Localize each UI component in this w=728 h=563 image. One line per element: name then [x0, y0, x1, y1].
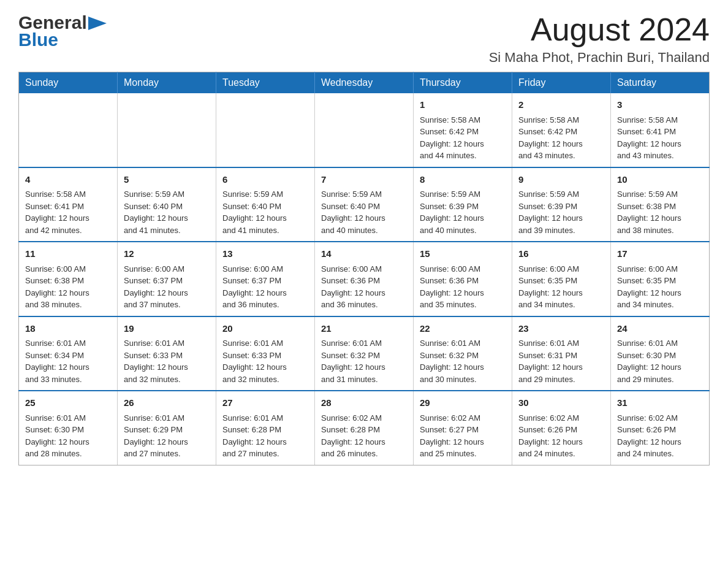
day-info: Sunrise: 6:01 AMSunset: 6:31 PMDaylight:… [518, 337, 604, 385]
calendar-cell: 22Sunrise: 6:01 AMSunset: 6:32 PMDayligh… [414, 316, 512, 391]
svg-marker-0 [88, 17, 107, 30]
day-number: 11 [25, 247, 111, 261]
calendar-cell [19, 93, 118, 167]
calendar-cell: 9Sunrise: 5:59 AMSunset: 6:39 PMDaylight… [512, 167, 611, 242]
day-info: Sunrise: 6:00 AMSunset: 6:37 PMDaylight:… [222, 263, 308, 311]
day-info: Sunrise: 5:59 AMSunset: 6:39 PMDaylight:… [518, 188, 604, 236]
month-title: August 2024 [489, 12, 710, 47]
day-number: 26 [124, 396, 210, 410]
weekday-header-thursday: Thursday [414, 72, 512, 94]
day-info: Sunrise: 6:01 AMSunset: 6:29 PMDaylight:… [124, 412, 210, 460]
day-number: 29 [420, 396, 506, 410]
day-info: Sunrise: 6:01 AMSunset: 6:33 PMDaylight:… [222, 337, 308, 385]
calendar-week-row-2: 4Sunrise: 5:58 AMSunset: 6:41 PMDaylight… [19, 167, 710, 242]
day-info: Sunrise: 5:59 AMSunset: 6:38 PMDaylight:… [617, 188, 703, 236]
calendar-cell: 14Sunrise: 6:00 AMSunset: 6:36 PMDayligh… [315, 242, 414, 316]
calendar-cell: 10Sunrise: 5:59 AMSunset: 6:38 PMDayligh… [611, 167, 710, 242]
day-info: Sunrise: 5:59 AMSunset: 6:40 PMDaylight:… [321, 188, 407, 236]
calendar-cell: 13Sunrise: 6:00 AMSunset: 6:37 PMDayligh… [216, 242, 315, 316]
day-number: 21 [321, 322, 407, 336]
calendar-cell: 20Sunrise: 6:01 AMSunset: 6:33 PMDayligh… [216, 316, 315, 391]
weekday-header-row: SundayMondayTuesdayWednesdayThursdayFrid… [19, 72, 710, 94]
day-number: 31 [617, 396, 703, 410]
day-info: Sunrise: 6:01 AMSunset: 6:32 PMDaylight:… [321, 337, 407, 385]
day-info: Sunrise: 6:00 AMSunset: 6:36 PMDaylight:… [321, 263, 407, 311]
title-area: August 2024 Si Maha Phot, Prachin Buri, … [489, 12, 710, 66]
day-number: 2 [518, 98, 604, 112]
day-number: 16 [518, 247, 604, 261]
location-title: Si Maha Phot, Prachin Buri, Thailand [489, 50, 710, 66]
calendar-cell: 5Sunrise: 5:59 AMSunset: 6:40 PMDaylight… [118, 167, 216, 242]
day-info: Sunrise: 6:01 AMSunset: 6:30 PMDaylight:… [25, 412, 111, 460]
day-info: Sunrise: 5:58 AMSunset: 6:41 PMDaylight:… [617, 114, 703, 162]
calendar-cell: 6Sunrise: 5:59 AMSunset: 6:40 PMDaylight… [216, 167, 315, 242]
day-number: 4 [25, 173, 111, 187]
day-info: Sunrise: 6:01 AMSunset: 6:30 PMDaylight:… [617, 337, 703, 385]
calendar-cell: 17Sunrise: 6:00 AMSunset: 6:35 PMDayligh… [611, 242, 710, 316]
weekday-header-saturday: Saturday [611, 72, 710, 94]
day-info: Sunrise: 5:59 AMSunset: 6:39 PMDaylight:… [420, 188, 506, 236]
page-header: General Blue August 2024 Si Maha Phot, P… [18, 12, 710, 66]
calendar-cell: 25Sunrise: 6:01 AMSunset: 6:30 PMDayligh… [19, 391, 118, 465]
calendar-cell: 11Sunrise: 6:00 AMSunset: 6:38 PMDayligh… [19, 242, 118, 316]
day-info: Sunrise: 6:01 AMSunset: 6:33 PMDaylight:… [124, 337, 210, 385]
calendar-cell [216, 93, 315, 167]
day-number: 23 [518, 322, 604, 336]
day-number: 15 [420, 247, 506, 261]
day-number: 30 [518, 396, 604, 410]
calendar-cell: 4Sunrise: 5:58 AMSunset: 6:41 PMDaylight… [19, 167, 118, 242]
day-info: Sunrise: 6:00 AMSunset: 6:38 PMDaylight:… [25, 263, 111, 311]
day-number: 12 [124, 247, 210, 261]
day-number: 1 [420, 98, 506, 112]
calendar-cell: 2Sunrise: 5:58 AMSunset: 6:42 PMDaylight… [512, 93, 611, 167]
day-number: 7 [321, 173, 407, 187]
calendar-cell [118, 93, 216, 167]
day-info: Sunrise: 6:02 AMSunset: 6:26 PMDaylight:… [518, 412, 604, 460]
calendar-cell: 16Sunrise: 6:00 AMSunset: 6:35 PMDayligh… [512, 242, 611, 316]
day-number: 6 [222, 173, 308, 187]
calendar-week-row-1: 1Sunrise: 5:58 AMSunset: 6:42 PMDaylight… [19, 93, 710, 167]
calendar-cell: 7Sunrise: 5:59 AMSunset: 6:40 PMDaylight… [315, 167, 414, 242]
day-number: 25 [25, 396, 111, 410]
calendar-cell: 3Sunrise: 5:58 AMSunset: 6:41 PMDaylight… [611, 93, 710, 167]
calendar-week-row-3: 11Sunrise: 6:00 AMSunset: 6:38 PMDayligh… [19, 242, 710, 316]
calendar-cell: 29Sunrise: 6:02 AMSunset: 6:27 PMDayligh… [414, 391, 512, 465]
day-info: Sunrise: 6:00 AMSunset: 6:35 PMDaylight:… [518, 263, 604, 311]
calendar-cell: 8Sunrise: 5:59 AMSunset: 6:39 PMDaylight… [414, 167, 512, 242]
day-info: Sunrise: 6:00 AMSunset: 6:36 PMDaylight:… [420, 263, 506, 311]
logo-triangle-icon [88, 17, 107, 30]
day-info: Sunrise: 6:02 AMSunset: 6:26 PMDaylight:… [617, 412, 703, 460]
day-number: 3 [617, 98, 703, 112]
calendar-cell: 23Sunrise: 6:01 AMSunset: 6:31 PMDayligh… [512, 316, 611, 391]
day-info: Sunrise: 5:58 AMSunset: 6:41 PMDaylight:… [25, 188, 111, 236]
day-info: Sunrise: 6:00 AMSunset: 6:37 PMDaylight:… [124, 263, 210, 311]
calendar-cell: 31Sunrise: 6:02 AMSunset: 6:26 PMDayligh… [611, 391, 710, 465]
calendar-cell: 27Sunrise: 6:01 AMSunset: 6:28 PMDayligh… [216, 391, 315, 465]
calendar-cell: 15Sunrise: 6:00 AMSunset: 6:36 PMDayligh… [414, 242, 512, 316]
day-number: 22 [420, 322, 506, 336]
calendar-cell: 26Sunrise: 6:01 AMSunset: 6:29 PMDayligh… [118, 391, 216, 465]
day-number: 5 [124, 173, 210, 187]
calendar-table: SundayMondayTuesdayWednesdayThursdayFrid… [18, 72, 710, 465]
logo-blue-text: Blue [18, 29, 58, 50]
day-number: 18 [25, 322, 111, 336]
calendar-week-row-4: 18Sunrise: 6:01 AMSunset: 6:34 PMDayligh… [19, 316, 710, 391]
day-number: 9 [518, 173, 604, 187]
calendar-cell: 19Sunrise: 6:01 AMSunset: 6:33 PMDayligh… [118, 316, 216, 391]
day-info: Sunrise: 6:02 AMSunset: 6:27 PMDaylight:… [420, 412, 506, 460]
day-info: Sunrise: 5:59 AMSunset: 6:40 PMDaylight:… [222, 188, 308, 236]
weekday-header-friday: Friday [512, 72, 611, 94]
calendar-cell: 28Sunrise: 6:02 AMSunset: 6:28 PMDayligh… [315, 391, 414, 465]
day-number: 24 [617, 322, 703, 336]
day-number: 27 [222, 396, 308, 410]
day-info: Sunrise: 6:00 AMSunset: 6:35 PMDaylight:… [617, 263, 703, 311]
day-number: 20 [222, 322, 308, 336]
day-number: 14 [321, 247, 407, 261]
day-info: Sunrise: 5:58 AMSunset: 6:42 PMDaylight:… [518, 114, 604, 162]
calendar-cell: 1Sunrise: 5:58 AMSunset: 6:42 PMDaylight… [414, 93, 512, 167]
calendar-cell [315, 93, 414, 167]
day-number: 17 [617, 247, 703, 261]
day-info: Sunrise: 5:59 AMSunset: 6:40 PMDaylight:… [124, 188, 210, 236]
day-info: Sunrise: 6:01 AMSunset: 6:34 PMDaylight:… [25, 337, 111, 385]
calendar-cell: 18Sunrise: 6:01 AMSunset: 6:34 PMDayligh… [19, 316, 118, 391]
